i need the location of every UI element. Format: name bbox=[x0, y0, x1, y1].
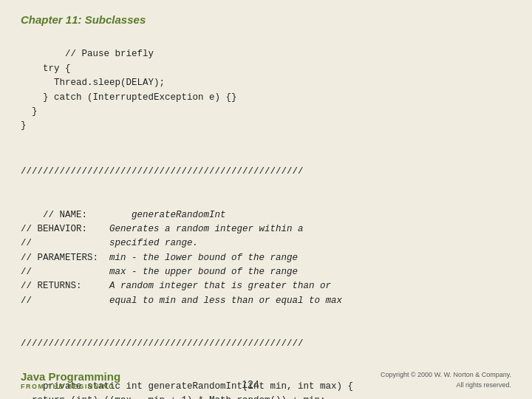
footer-brand-section: Java Programming FROM THE BEGINNING bbox=[21, 370, 120, 390]
comment-behavior: // BEHAVIOR: Generates a random integer … bbox=[21, 224, 304, 234]
comment-returns2: // equal to min and less than or equal t… bbox=[21, 296, 342, 306]
code-line-close2: } bbox=[21, 120, 27, 131]
divider-line-1: ////////////////////////////////////////… bbox=[21, 166, 304, 177]
code-line-thread: Thread.sleep(DELAY); bbox=[21, 78, 165, 88]
footer: Java Programming FROM THE BEGINNING 124 … bbox=[0, 370, 532, 390]
code-divider-2: ////////////////////////////////////////… bbox=[21, 323, 511, 366]
comment-returns: // RETURNS: A random integer that is gre… bbox=[21, 281, 331, 291]
code-divider-1: ////////////////////////////////////////… bbox=[21, 151, 511, 194]
comment-params2: // max - the upper bound of the range bbox=[21, 267, 298, 277]
code-line-catch: } catch (InterruptedException e) {} bbox=[21, 92, 237, 103]
comment-params: // PARAMETERS: min - the lower bound of … bbox=[21, 253, 298, 263]
brand-sub: FROM THE BEGINNING bbox=[21, 383, 115, 390]
code-line-try: try { bbox=[21, 64, 71, 74]
brand-name: Java Programming bbox=[21, 370, 120, 383]
slide-title: Chapter 11: Subclasses bbox=[21, 13, 511, 26]
page-number: 124 bbox=[242, 378, 259, 390]
slide: Chapter 11: Subclasses // Pause briefly … bbox=[0, 0, 532, 399]
divider-line-2: ////////////////////////////////////////… bbox=[21, 338, 304, 349]
code-line-pause: // Pause briefly bbox=[43, 49, 154, 59]
copyright-line1: Copyright © 2000 W. W. Norton & Company. bbox=[381, 371, 511, 378]
comment-name: // NAME: generateRandomInt bbox=[43, 210, 226, 220]
code-comments: // NAME: generateRandomInt // BEHAVIOR: … bbox=[21, 194, 511, 322]
code-line-close1: } bbox=[21, 106, 38, 117]
code-section-1: // Pause briefly try { Thread.sleep(DELA… bbox=[21, 33, 511, 148]
copyright: Copyright © 2000 W. W. Norton & Company.… bbox=[381, 370, 511, 390]
comment-behavior2: // specified range. bbox=[21, 238, 198, 248]
copyright-line2: All rights reserved. bbox=[456, 381, 511, 389]
method-body: return (int) ((max - min + 1) * Math.ran… bbox=[21, 395, 326, 399]
